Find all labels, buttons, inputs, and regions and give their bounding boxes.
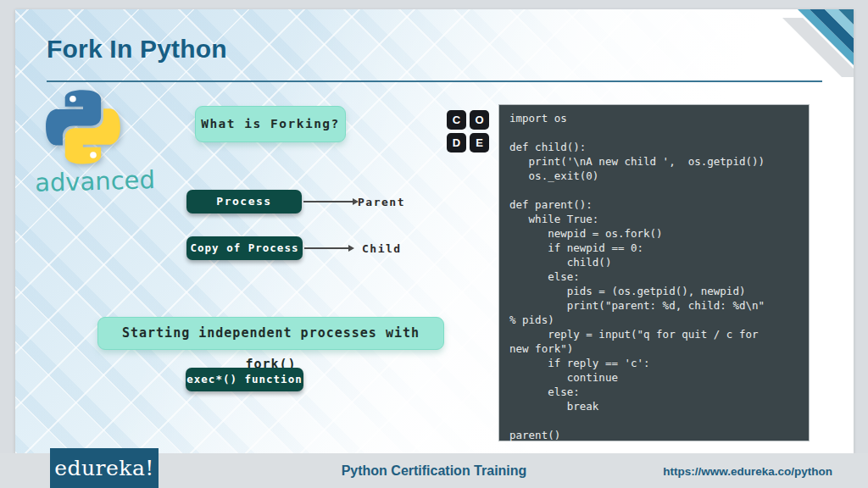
parent-label: Parent (358, 196, 405, 208)
arrow-right-icon (303, 201, 353, 202)
code-icon: C O D E (447, 110, 489, 152)
course-title: Python Certification Training (342, 463, 527, 479)
presentation-stage: Fork In Python advanced What is Forking?… (0, 0, 868, 488)
what-is-forking-callout: What is Forking? (195, 106, 346, 142)
title-underline (47, 80, 822, 82)
corner-decoration-icon (777, 9, 854, 77)
code-panel: import os def child(): print('\nA new ch… (498, 104, 810, 441)
page-title: Fork In Python (47, 35, 227, 64)
edureka-logo: edureka! (50, 448, 159, 488)
code-icon-tile: O (470, 110, 489, 130)
python-logo-icon (46, 90, 120, 164)
child-label: Child (362, 242, 402, 255)
code-content: import os def child(): print('\nA new ch… (499, 105, 809, 442)
code-icon-tile: C (447, 110, 466, 130)
copy-of-process-box: Copy of Process (186, 236, 303, 260)
fork-statement-callout: Starting independent processes with fork… (97, 317, 444, 350)
arrow-right-icon (304, 247, 348, 249)
advanced-label: advanced (20, 165, 170, 198)
process-box: Process (186, 190, 302, 214)
course-url-link[interactable]: https://www.edureka.co/python (663, 465, 832, 478)
slide-canvas: Fork In Python advanced What is Forking?… (15, 9, 854, 453)
code-icon-tile: D (447, 133, 466, 152)
code-icon-tile: E (470, 133, 489, 152)
exec-function-box: exec*() function (186, 368, 303, 391)
